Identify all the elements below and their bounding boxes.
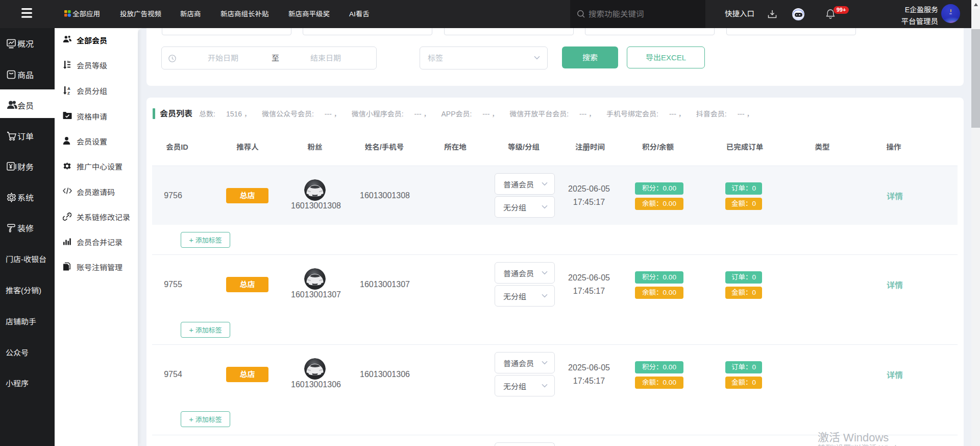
svg-text:A: A — [67, 86, 70, 91]
svg-text:Z: Z — [67, 91, 70, 95]
